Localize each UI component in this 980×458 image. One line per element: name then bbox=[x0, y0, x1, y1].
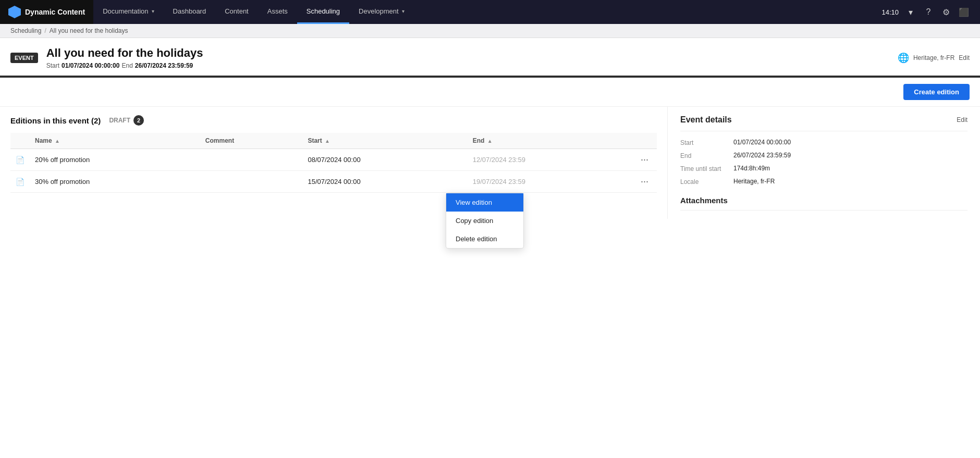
details-start-key: Start bbox=[680, 139, 727, 146]
nav-item-content-label: Content bbox=[225, 7, 249, 15]
details-header: Event details Edit bbox=[680, 115, 967, 125]
details-locale-key: Locale bbox=[680, 178, 727, 185]
details-row-start: Start 01/07/2024 00:00:00 bbox=[680, 139, 967, 146]
nav-item-dashboard[interactable]: Dashboard bbox=[164, 0, 216, 24]
nav-item-assets[interactable]: Assets bbox=[258, 0, 297, 24]
table-row[interactable]: 📄 30% off promotion 15/07/2024 00:00 19/… bbox=[10, 171, 657, 193]
event-locale: Heritage, fr-FR bbox=[913, 54, 954, 61]
nav-right-area: 14:10 ▾ ? ⚙ ⬛ bbox=[873, 0, 980, 24]
context-menu-item-view[interactable]: View edition bbox=[446, 193, 523, 212]
help-icon[interactable]: ? bbox=[921, 4, 936, 20]
details-end-val: 26/07/2024 23:59:59 bbox=[733, 152, 791, 159]
sort-end-icon: ▲ bbox=[487, 138, 493, 144]
context-menu-copy-label: Copy edition bbox=[456, 217, 493, 219]
col-comment-header[interactable]: Comment bbox=[200, 133, 303, 149]
row1-start: 08/07/2024 00:00 bbox=[302, 149, 467, 171]
event-header: Event All you need for the holidays Star… bbox=[0, 38, 980, 78]
editions-table: Name ▲ Comment Start ▲ End ▲ bbox=[10, 133, 657, 193]
editions-area: Editions in this event (2) DRAFT 2 Name … bbox=[0, 107, 667, 201]
context-menu-item-copy[interactable]: Copy edition bbox=[446, 212, 523, 219]
row2-comment bbox=[200, 171, 303, 193]
brand-logo-area[interactable]: Dynamic Content bbox=[0, 0, 93, 24]
details-row-end: End 26/07/2024 23:59:59 bbox=[680, 152, 967, 159]
sort-start-icon: ▲ bbox=[325, 138, 330, 144]
create-edition-button[interactable]: Create edition bbox=[903, 84, 970, 100]
nav-item-development-label: Development bbox=[359, 7, 399, 15]
row2-icon-cell: 📄 bbox=[10, 171, 30, 193]
row1-name: 20% off promotion bbox=[30, 149, 200, 171]
breadcrumb: Scheduling / All you need for the holida… bbox=[0, 24, 980, 38]
editions-title: Editions in this event (2) bbox=[10, 116, 101, 125]
event-dates: Start 01/07/2024 00:00:00 End 26/07/2024… bbox=[46, 62, 877, 69]
context-menu: View edition Copy edition Delete edition bbox=[446, 193, 524, 219]
breadcrumb-root[interactable]: Scheduling bbox=[10, 27, 41, 34]
end-value: 26/07/2024 23:59:59 bbox=[135, 62, 193, 69]
chevron-down-icon-dev: ▾ bbox=[402, 8, 405, 14]
col-end-header[interactable]: End ▲ bbox=[468, 133, 632, 149]
event-title: All you need for the holidays bbox=[46, 46, 877, 60]
col-name-label: Name bbox=[35, 137, 52, 144]
col-start-header[interactable]: Start ▲ bbox=[302, 133, 467, 149]
details-end-key: End bbox=[680, 152, 727, 159]
draft-label: DRAFT bbox=[109, 117, 130, 124]
current-time: 14:10 bbox=[881, 8, 899, 16]
nav-item-scheduling-label: Scheduling bbox=[307, 7, 340, 15]
event-details-panel: Event details Edit Start 01/07/2024 00:0… bbox=[667, 107, 980, 219]
start-value: 01/07/2024 00:00:00 bbox=[62, 62, 119, 69]
chevron-down-time-icon[interactable]: ▾ bbox=[903, 4, 918, 20]
editions-table-head: Name ▲ Comment Start ▲ End ▲ bbox=[10, 133, 657, 149]
draft-badge-group: DRAFT 2 bbox=[109, 115, 144, 126]
sort-name-icon: ▲ bbox=[55, 138, 60, 144]
save-icon[interactable]: ⬛ bbox=[956, 4, 972, 20]
details-edit-link[interactable]: Edit bbox=[957, 116, 967, 123]
brand-name: Dynamic Content bbox=[25, 8, 85, 16]
details-divider bbox=[680, 131, 967, 131]
details-panel-title: Event details bbox=[680, 115, 732, 125]
nav-item-development[interactable]: Development ▾ bbox=[349, 0, 414, 24]
editions-table-header-row: Name ▲ Comment Start ▲ End ▲ bbox=[10, 133, 657, 149]
details-time-until-start-val: 174d:8h:49m bbox=[733, 165, 770, 172]
chevron-down-icon: ▾ bbox=[152, 8, 154, 14]
document-icon: 📄 bbox=[16, 156, 24, 164]
row2-actions-cell: ··· bbox=[632, 171, 657, 193]
table-row[interactable]: 📄 20% off promotion 08/07/2024 00:00 12/… bbox=[10, 149, 657, 171]
row2-name: 30% off promotion bbox=[30, 171, 200, 193]
col-name-header[interactable]: Name ▲ bbox=[30, 133, 200, 149]
settings-icon[interactable]: ⚙ bbox=[938, 4, 954, 20]
editions-table-body: 📄 20% off promotion 08/07/2024 00:00 12/… bbox=[10, 149, 657, 193]
row2-start: 15/07/2024 00:00 bbox=[302, 171, 467, 193]
details-locale-val: Heritage, fr-FR bbox=[733, 178, 775, 185]
event-info: All you need for the holidays Start 01/0… bbox=[46, 46, 877, 69]
top-navigation: Dynamic Content Documentation ▾ Dashboar… bbox=[0, 0, 980, 24]
breadcrumb-separator: / bbox=[44, 27, 46, 34]
event-meta: 🌐 Heritage, fr-FR Edit bbox=[898, 52, 970, 64]
row1-actions-button[interactable]: ··· bbox=[638, 153, 652, 166]
row1-comment bbox=[200, 149, 303, 171]
brand-logo-icon bbox=[8, 6, 21, 18]
row1-icon-cell: 📄 bbox=[10, 149, 30, 171]
end-label: End bbox=[121, 62, 132, 69]
row2-actions-button[interactable]: ··· bbox=[638, 175, 652, 188]
toolbar-area: Create edition bbox=[0, 78, 980, 107]
col-start-label: Start bbox=[308, 137, 322, 144]
details-row-time-until-start: Time until start 174d:8h:49m bbox=[680, 165, 967, 172]
start-label: Start bbox=[46, 62, 59, 69]
row2-end: 19/07/2024 23:59 bbox=[468, 171, 632, 193]
nav-item-scheduling[interactable]: Scheduling bbox=[297, 0, 349, 24]
nav-item-dashboard-label: Dashboard bbox=[173, 7, 206, 15]
editions-header: Editions in this event (2) DRAFT 2 bbox=[10, 115, 657, 126]
event-edit-link[interactable]: Edit bbox=[959, 54, 970, 61]
nav-item-content[interactable]: Content bbox=[215, 0, 258, 24]
nav-item-documentation[interactable]: Documentation ▾ bbox=[93, 0, 163, 24]
row1-end: 12/07/2024 23:59 bbox=[468, 149, 632, 171]
nav-items-list: Documentation ▾ Dashboard Content Assets… bbox=[93, 0, 873, 24]
col-actions-header bbox=[632, 133, 657, 149]
col-comment-label: Comment bbox=[205, 137, 234, 144]
breadcrumb-current: All you need for the holidays bbox=[50, 27, 128, 34]
details-start-val: 01/07/2024 00:00:00 bbox=[733, 139, 791, 146]
editions-title-text: Editions in this event bbox=[10, 116, 89, 125]
col-icon-header bbox=[10, 133, 30, 149]
row1-actions-cell: ··· bbox=[632, 149, 657, 171]
col-end-label: End bbox=[473, 137, 485, 144]
details-row-locale: Locale Heritage, fr-FR bbox=[680, 178, 967, 185]
